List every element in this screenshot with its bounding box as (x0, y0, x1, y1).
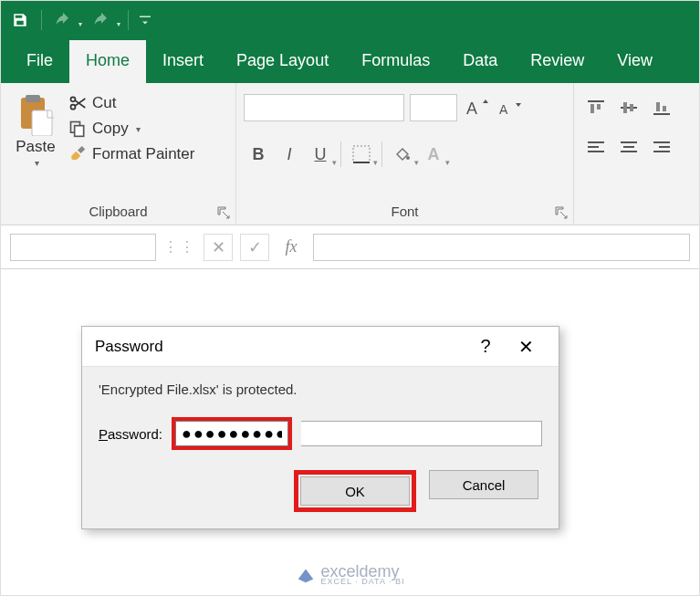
dialog-launcher-icon[interactable] (555, 206, 568, 219)
dialog-titlebar: Password ? ✕ (82, 327, 559, 367)
svg-rect-20 (656, 102, 660, 111)
highlight-box (172, 417, 292, 450)
tab-page-layout[interactable]: Page Layout (220, 40, 345, 83)
quick-access-toolbar: ▾ ▾ (1, 1, 699, 39)
tab-formulas[interactable]: Formulas (345, 40, 446, 83)
group-font-label: Font (244, 200, 566, 225)
svg-text:A: A (499, 102, 508, 117)
tab-home[interactable]: Home (69, 40, 146, 83)
separator (381, 141, 382, 167)
svg-rect-17 (623, 102, 627, 113)
tab-review[interactable]: Review (514, 40, 601, 83)
highlight-box: OK (294, 470, 416, 512)
save-button[interactable] (6, 6, 34, 34)
clipboard-icon (17, 94, 54, 136)
tab-data[interactable]: Data (446, 40, 514, 83)
copy-icon (68, 120, 87, 138)
align-center-button[interactable] (614, 134, 643, 162)
watermark-tagline: EXCEL · DATA · BI (321, 578, 405, 586)
redo-button[interactable] (88, 6, 115, 34)
cut-label: Cut (92, 94, 116, 112)
name-box[interactable] (10, 234, 156, 261)
font-name-combo[interactable] (244, 94, 404, 121)
align-bottom-button[interactable] (647, 94, 676, 121)
svg-rect-18 (630, 104, 633, 111)
svg-rect-15 (597, 104, 601, 110)
align-top-button[interactable] (581, 94, 611, 121)
tab-insert[interactable]: Insert (146, 40, 220, 83)
dialog-title: Password (95, 338, 163, 356)
ribbon-tabs: File Home Insert Page Layout Formulas Da… (1, 39, 699, 83)
align-right-button[interactable] (647, 134, 676, 162)
formula-bar: ⋮⋮ ✕ ✓ fx (1, 225, 699, 269)
group-clipboard: Paste ▾ Cut Copy ▾ (1, 83, 236, 225)
font-color-button[interactable]: A▾ (419, 140, 448, 169)
chevron-down-icon: ▾ (136, 124, 141, 134)
paintbrush-icon (68, 145, 87, 163)
svg-rect-1 (26, 95, 40, 102)
group-font: A A B I U▾ ▾ ▾ A▾ (236, 83, 574, 225)
tab-file[interactable]: File (10, 40, 69, 83)
dialog-help-button[interactable]: ? (465, 327, 506, 367)
dialog-message: 'Encrypted File.xlsx' is protected. (99, 382, 542, 397)
undo-button[interactable] (49, 6, 77, 34)
increase-font-button[interactable]: A (463, 94, 490, 121)
align-left-button[interactable] (581, 134, 611, 162)
decrease-font-button[interactable]: A (496, 94, 523, 121)
svg-rect-14 (590, 104, 594, 113)
formula-input[interactable] (313, 234, 690, 261)
fill-color-button[interactable]: ▾ (388, 140, 417, 169)
paste-button[interactable]: Paste ▾ (8, 89, 63, 168)
group-alignment (574, 83, 699, 225)
confirm-entry-button[interactable]: ✓ (240, 234, 269, 261)
chevron-down-icon: ▾ (35, 158, 39, 168)
format-painter-label: Format Painter (92, 145, 194, 163)
ribbon: Paste ▾ Cut Copy ▾ (1, 83, 699, 225)
tab-view[interactable]: View (601, 40, 669, 83)
redo-dropdown-icon[interactable]: ▾ (117, 20, 120, 28)
cancel-button[interactable]: Cancel (429, 470, 538, 499)
bold-button[interactable]: B (244, 140, 273, 169)
copy-button[interactable]: Copy ▾ (68, 120, 194, 138)
cut-button[interactable]: Cut (68, 94, 194, 112)
underline-button[interactable]: U▾ (306, 140, 335, 169)
scissors-icon (68, 94, 87, 112)
paste-label: Paste (16, 138, 55, 156)
undo-dropdown-icon[interactable]: ▾ (78, 20, 82, 28)
qat-separator (41, 10, 42, 30)
italic-button[interactable]: I (275, 140, 304, 169)
svg-text:A: A (466, 99, 477, 118)
password-input-extension[interactable] (301, 421, 542, 446)
svg-point-12 (406, 156, 410, 160)
copy-label: Copy (92, 120, 129, 138)
svg-rect-7 (78, 146, 85, 153)
borders-button[interactable]: ▾ (347, 140, 376, 169)
ok-button[interactable]: OK (300, 476, 410, 506)
format-painter-button[interactable]: Format Painter (68, 145, 194, 163)
logo-icon (296, 565, 316, 585)
align-middle-button[interactable] (614, 94, 643, 121)
cancel-entry-button[interactable]: ✕ (204, 234, 233, 261)
qat-separator (128, 10, 129, 30)
svg-rect-6 (75, 126, 84, 137)
password-label: Password: (99, 426, 162, 442)
dialog-close-button[interactable]: ✕ (506, 327, 546, 367)
watermark: exceldemy EXCEL · DATA · BI (1, 563, 699, 586)
dialog-launcher-icon[interactable] (217, 206, 230, 219)
group-clipboard-label: Clipboard (8, 200, 228, 225)
svg-rect-21 (663, 106, 666, 111)
customize-qat-icon[interactable] (136, 6, 154, 34)
password-input[interactable] (175, 421, 288, 446)
insert-function-button[interactable]: fx (277, 234, 306, 261)
drag-handle-icon[interactable]: ⋮⋮ (163, 238, 196, 256)
svg-rect-10 (353, 146, 370, 162)
separator (340, 141, 341, 167)
password-dialog: Password ? ✕ 'Encrypted File.xlsx' is pr… (81, 326, 559, 529)
svg-rect-2 (32, 110, 52, 136)
font-size-combo[interactable] (410, 94, 457, 121)
